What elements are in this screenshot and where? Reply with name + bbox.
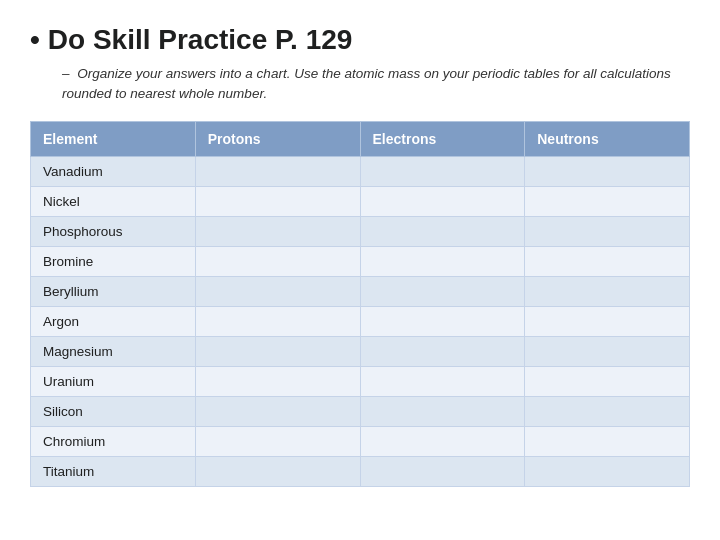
table-row: Phosphorous [31,216,690,246]
data-cell [195,156,360,186]
page-title: Do Skill Practice P. 129 [48,24,353,56]
col-header-element: Element [31,121,196,156]
element-name-cell: Beryllium [31,276,196,306]
element-name-cell: Nickel [31,186,196,216]
table-row: Vanadium [31,156,690,186]
data-cell [360,456,525,486]
data-cell [525,276,690,306]
data-cell [525,366,690,396]
data-cell [195,366,360,396]
data-cell [360,246,525,276]
bullet-icon: • [30,24,40,56]
data-cell [360,336,525,366]
element-name-cell: Magnesium [31,336,196,366]
table-row: Bromine [31,246,690,276]
element-name-cell: Titanium [31,456,196,486]
element-name-cell: Bromine [31,246,196,276]
col-header-electrons: Electrons [360,121,525,156]
element-name-cell: Chromium [31,426,196,456]
table-row: Nickel [31,186,690,216]
table-row: Uranium [31,366,690,396]
data-cell [360,426,525,456]
data-cell [525,306,690,336]
data-cell [360,396,525,426]
data-cell [360,276,525,306]
data-cell [195,306,360,336]
data-cell [360,216,525,246]
data-cell [195,276,360,306]
element-name-cell: Uranium [31,366,196,396]
data-cell [195,216,360,246]
table-row: Chromium [31,426,690,456]
data-cell [360,156,525,186]
data-cell [360,306,525,336]
element-name-cell: Vanadium [31,156,196,186]
title-row: • Do Skill Practice P. 129 [30,24,690,64]
subtitle: – Organize your answers into a chart. Us… [62,64,690,105]
table-row: Beryllium [31,276,690,306]
data-cell [195,186,360,216]
data-cell [525,186,690,216]
data-cell [360,366,525,396]
data-cell [195,426,360,456]
col-header-neutrons: Neutrons [525,121,690,156]
elements-table: Element Protons Electrons Neutrons Vanad… [30,121,690,487]
element-name-cell: Argon [31,306,196,336]
data-cell [525,426,690,456]
data-cell [525,456,690,486]
table-row: Magnesium [31,336,690,366]
table-header-row: Element Protons Electrons Neutrons [31,121,690,156]
element-name-cell: Silicon [31,396,196,426]
page-container: • Do Skill Practice P. 129 – Organize yo… [0,0,720,507]
data-cell [195,246,360,276]
data-cell [195,336,360,366]
data-cell [195,456,360,486]
data-cell [525,156,690,186]
data-cell [360,186,525,216]
table-row: Argon [31,306,690,336]
data-cell [525,216,690,246]
subtitle-dash: – [62,66,70,81]
data-cell [525,246,690,276]
data-cell [525,396,690,426]
table-row: Titanium [31,456,690,486]
table-row: Silicon [31,396,690,426]
data-cell [195,396,360,426]
data-cell [525,336,690,366]
col-header-protons: Protons [195,121,360,156]
element-name-cell: Phosphorous [31,216,196,246]
subtitle-text: Organize your answers into a chart. Use … [62,66,671,101]
